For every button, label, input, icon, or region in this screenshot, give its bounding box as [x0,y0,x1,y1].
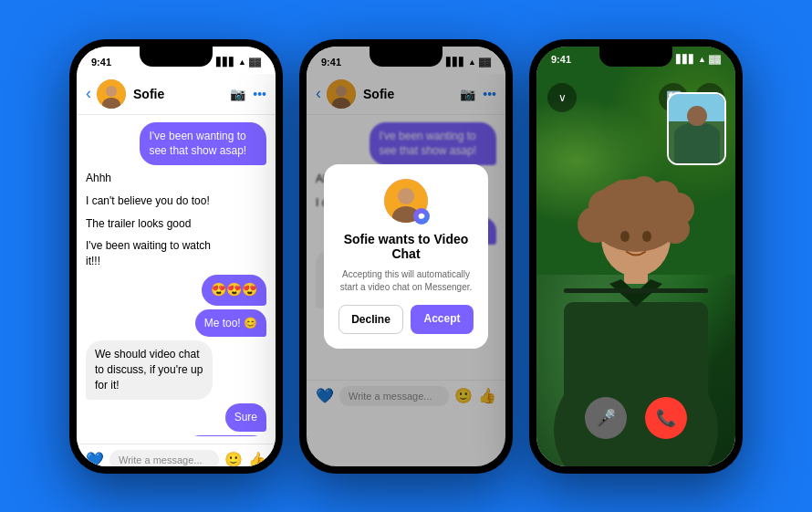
dialog-title: Sofie wants to Video Chat [338,232,474,261]
wifi-icon: ▲ [238,57,246,67]
msg-plain-1: Ahhh [86,169,111,188]
battery-icon: ▓▓ [249,57,261,67]
heart-icon-1[interactable]: 💙 [86,451,104,466]
msg-received-1: We should video chat to discuss, if you'… [86,340,213,399]
thumb-icon-1[interactable]: 👍 [248,451,266,466]
svg-point-22 [620,231,630,242]
svg-point-1 [106,86,117,97]
msg-sent-5: I'm free now! [186,435,266,436]
phone-1-screen: 9:41 ▋▋▋ ▲ ▓▓ ‹ Sofie [77,47,276,466]
nav-bar-1: ‹ Sofie 📷 ••• [77,74,276,115]
phone-2: 9:41 ▋▋▋ ▲ ▓▓ ‹ Sofie [299,39,513,474]
dialog-description: Accepting this will automatically start … [338,268,474,294]
signal-icon: ▋▋▋ [216,57,235,67]
svg-point-7 [398,188,414,204]
accept-button[interactable]: Accept [411,305,474,334]
end-call-button[interactable]: 📞 [645,397,687,439]
dialog-box: Sofie wants to Video Chat Accepting this… [324,164,488,349]
video-status-icons: ▋▋▋ ▲ ▓▓ [676,55,721,64]
video-status-bar: 9:41 ▋▋▋ ▲ ▓▓ [536,47,735,68]
more-icon-1[interactable]: ••• [253,87,266,101]
nav-icons-1: 📷 ••• [230,87,266,101]
chat-area-1: I've been wanting to see that show asap!… [77,115,276,444]
phone-3-screen: 9:41 ▋▋▋ ▲ ▓▓ ∨ 🔄 📷 [536,47,735,466]
phone-1: 9:41 ▋▋▋ ▲ ▓▓ ‹ Sofie [69,39,283,474]
bottom-bar-1: 💙 Write a message... 🙂 👍 [77,444,276,466]
video-status-time: 9:41 [551,54,571,65]
msg-sent-4: Sure [225,403,266,432]
svg-point-23 [642,231,651,242]
mute-button[interactable]: 🎤 [585,397,627,439]
status-icons-1: ▋▋▋ ▲ ▓▓ [216,57,261,67]
pip-body [674,122,720,163]
back-button-1[interactable]: ‹ [86,84,91,103]
video-battery-icon: ▓▓ [709,55,721,64]
msg-sent-2: 😍😍😍 [202,275,266,306]
message-input-1[interactable]: Write a message... [109,450,219,466]
chat-scroll-1: I've been wanting to see that show asap!… [86,122,266,436]
svg-rect-11 [564,302,708,466]
msg-plain-2: I can't believe you do too! [86,192,210,211]
decline-button[interactable]: Decline [338,305,403,334]
msg-plain-4: I've been waiting to watch it!!! [86,236,213,271]
pip-head [687,106,707,126]
video-controls: 🎤 📞 [536,397,735,439]
video-call-icon-1[interactable]: 📷 [230,87,245,101]
contact-name-1: Sofie [133,87,230,101]
video-wifi-icon: ▲ [698,55,706,64]
phones-container: 9:41 ▋▋▋ ▲ ▓▓ ‹ Sofie [69,39,743,474]
emoji-icon-1[interactable]: 🙂 [224,451,243,466]
phone-3: 9:41 ▋▋▋ ▲ ▓▓ ∨ 🔄 📷 [529,39,743,474]
video-signal-icon: ▋▋▋ [676,55,695,64]
msg-sent-1: I've been wanting to see that show asap! [140,122,266,166]
input-placeholder-1: Write a message... [119,455,203,465]
pip-video[interactable] [667,92,726,165]
avatar-1 [97,79,126,109]
status-time-1: 9:41 [91,57,111,68]
msg-plain-3: The trailer looks good [86,214,191,234]
minimize-icon[interactable]: ∨ [547,83,577,112]
svg-rect-24 [564,288,708,293]
phone-2-screen: 9:41 ▋▋▋ ▲ ▓▓ ‹ Sofie [307,47,505,466]
messenger-badge [413,208,430,225]
dialog-overlay: Sofie wants to Video Chat Accepting this… [307,47,505,466]
dialog-buttons: Decline Accept [338,305,474,334]
notch-1 [140,47,213,67]
svg-point-21 [661,214,690,244]
msg-sent-3: Me too! 😊 [195,309,266,338]
dialog-avatar-wrap [384,179,428,223]
pip-person [669,94,724,163]
